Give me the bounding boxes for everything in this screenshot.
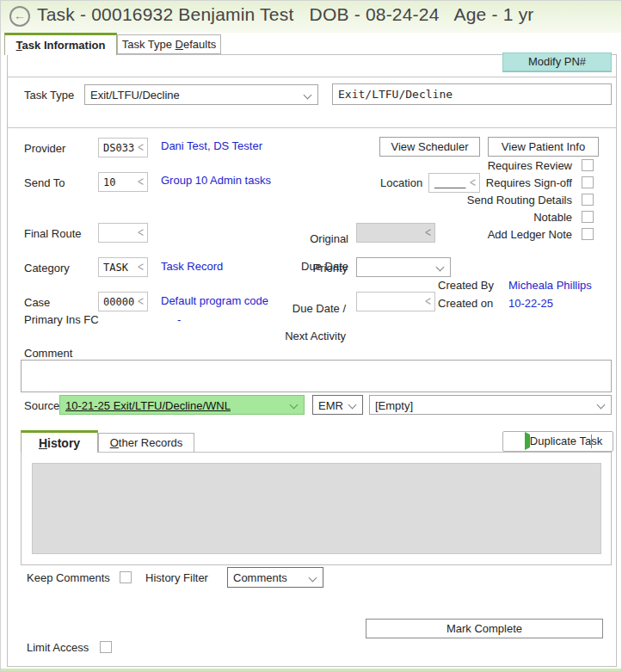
mark-complete-button[interactable]: Mark Complete [366, 619, 603, 638]
tab-task-information-key: T [16, 39, 22, 52]
case-code-value: 00000 [103, 296, 134, 308]
priority-label: Priority [262, 262, 348, 274]
original-due-date-label: Original Due Date [245, 219, 348, 287]
location-label: Location [380, 176, 422, 189]
tab-task-type-defaults-pre: Task Type [122, 38, 176, 51]
lookup-chevron-icon: < [425, 293, 431, 309]
history-filter-label: History Filter [145, 571, 208, 584]
tab-task-type-defaults[interactable]: Task Type Defaults [117, 34, 221, 54]
comment-textarea[interactable] [21, 360, 612, 392]
lookup-chevron-icon: < [470, 175, 476, 190]
send-to-code-value: 10 [103, 176, 115, 188]
dropdown-chevron-icon [597, 401, 606, 410]
dropdown-chevron-icon [436, 263, 445, 272]
requires-signoff-checkbox[interactable] [582, 176, 594, 188]
view-patient-info-button[interactable]: View Patient Info [488, 137, 599, 157]
duplicate-task-button[interactable]: Duplicate Task [502, 431, 613, 452]
provider-label: Provider [24, 142, 65, 155]
created-by-label: Created By [438, 279, 494, 292]
primary-ins-fc-label: Primary Ins FC [24, 313, 99, 326]
due-date-next-label-line1: Due Date / [293, 302, 346, 315]
modify-pn-label: Modify PN# [528, 55, 586, 68]
dropdown-chevron-icon [309, 574, 317, 583]
created-on-value: 10-22-25 [508, 297, 553, 310]
window-header: ← Task - 00016932 Benjamin Test DOB - 08… [1, 1, 621, 33]
lookup-chevron-icon: < [425, 225, 431, 240]
category-code-value: TASK [103, 262, 128, 274]
send-routing-details-label: Send Routing Details [400, 194, 572, 207]
due-date-next-activity-label: Due Date / Next Activity [243, 288, 346, 357]
task-type-select[interactable]: Exit/LTFU/Decline [84, 84, 318, 105]
lookup-chevron-icon: < [138, 225, 144, 240]
provider-name-link[interactable]: Dani Test, DS Tester [161, 139, 262, 152]
tab-task-type-defaults-key: D [176, 38, 183, 51]
tab-other-records[interactable]: Other Records [98, 433, 194, 453]
send-to-group-link[interactable]: Group 10 Admin tasks [161, 174, 271, 187]
history-filter-select[interactable]: Comments [227, 567, 323, 588]
send-to-code-field[interactable]: 10 < [98, 172, 148, 192]
view-scheduler-label: View Scheduler [391, 140, 468, 153]
requires-review-checkbox[interactable] [582, 159, 594, 171]
view-patient-info-label: View Patient Info [502, 140, 585, 153]
source-label: Source [24, 399, 59, 412]
divider-task-type [8, 127, 616, 128]
tab-other-records-label: ther Records [119, 436, 182, 449]
modify-pn-button[interactable]: Modify PN# [502, 52, 612, 71]
primary-ins-fc-value: - [177, 313, 181, 326]
location-field[interactable]: _____ < [428, 173, 480, 193]
tab-task-type-defaults-label: efaults [183, 38, 216, 51]
task-type-text-input[interactable] [332, 83, 612, 105]
original-due-date-field: < [356, 223, 435, 243]
notable-checkbox[interactable] [582, 211, 594, 223]
task-type-label: Task Type [24, 89, 74, 102]
send-to-label: Send To [24, 176, 65, 189]
tab-other-records-key: O [110, 436, 119, 449]
dropdown-chevron-icon [290, 401, 299, 410]
notable-label: Notable [400, 211, 572, 224]
case-code-field[interactable]: 00000 < [98, 292, 148, 311]
send-routing-details-checkbox[interactable] [582, 194, 594, 206]
tab-history-key: H [39, 436, 47, 450]
add-ledger-note-checkbox[interactable] [582, 228, 594, 240]
dropdown-chevron-icon [304, 91, 312, 100]
duplicate-task-icon-arrow [525, 432, 530, 450]
provider-code-field[interactable]: DS033 < [98, 138, 148, 157]
source-select-value: 10-21-25 Exit/LTFU/Decline/WNL [65, 399, 231, 412]
lookup-chevron-icon: < [138, 174, 144, 189]
due-date-next-activity-field[interactable]: < [356, 292, 435, 311]
category-code-field[interactable]: TASK < [98, 257, 148, 277]
tab-task-information[interactable]: Task Information [4, 33, 117, 55]
lookup-chevron-icon: < [138, 293, 144, 309]
page-title: Task - 00016932 Benjamin Test DOB - 08-2… [37, 4, 534, 25]
requires-review-label: Requires Review [400, 159, 572, 172]
lookup-chevron-icon: < [138, 259, 144, 274]
location-blank-mask: _____ [434, 176, 465, 188]
created-on-label: Created on [438, 297, 493, 310]
view-scheduler-button[interactable]: View Scheduler [379, 137, 480, 157]
keep-comments-label: Keep Comments [27, 571, 110, 584]
source-extra-value: [Empty] [375, 399, 413, 412]
mark-complete-label: Mark Complete [446, 622, 522, 635]
limit-access-checkbox[interactable] [100, 641, 112, 653]
final-route-label: Final Route [24, 227, 81, 240]
source-select[interactable]: 10-21-25 Exit/LTFU/Decline/WNL [59, 395, 305, 415]
keep-comments-checkbox[interactable] [120, 571, 132, 583]
tab-history-label: istory [47, 436, 80, 450]
category-record-link[interactable]: Task Record [161, 260, 223, 273]
original-due-date-label-line1: Original [310, 232, 348, 245]
tab-history[interactable]: History [21, 430, 98, 453]
final-route-field[interactable]: < [98, 223, 148, 243]
category-label: Category [24, 262, 70, 274]
created-by-value: Micheala Phillips [508, 279, 592, 292]
requires-signoff-label: Requires Sign-off [400, 176, 572, 189]
provider-code-value: DS033 [103, 142, 134, 154]
bottom-accent-strip [1, 669, 621, 671]
back-arrow-icon[interactable]: ← [9, 6, 30, 27]
lookup-chevron-icon: < [138, 139, 144, 155]
limit-access-label: Limit Access [27, 641, 89, 654]
source-extra-select[interactable]: [Empty] [369, 395, 612, 415]
history-list-area[interactable] [32, 463, 601, 554]
task-window: ← Task - 00016932 Benjamin Test DOB - 08… [0, 0, 622, 672]
source-emr-select[interactable]: EMR [312, 395, 363, 415]
priority-select[interactable] [356, 257, 451, 277]
